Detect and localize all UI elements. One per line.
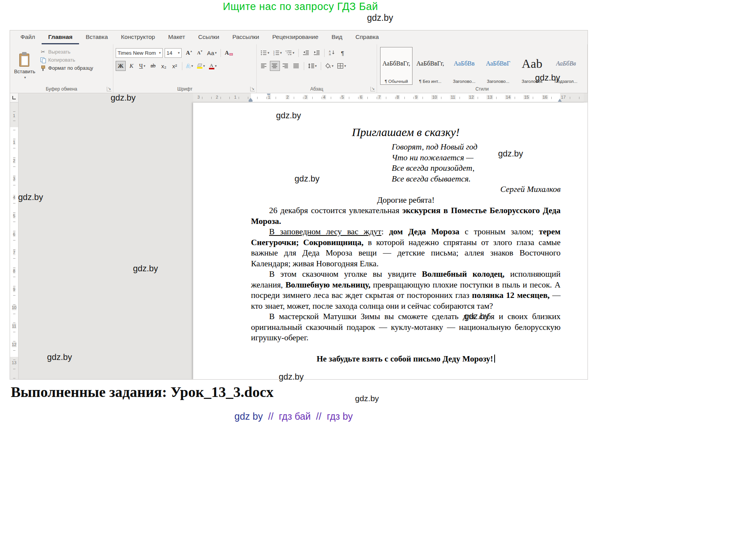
copy-icon [40,57,46,63]
chevron-down-icon: ▾ [159,51,161,55]
style-card[interactable]: АаБбВвГг,¶ Обычный [380,47,413,85]
borders-button[interactable]: ▾ [336,61,348,71]
up-caret-icon: ▴ [190,49,192,53]
ruler-number: 9 [414,95,418,99]
style-card[interactable]: АаБбВвПодзагол... [550,47,582,85]
highlight-color-button[interactable]: ▾ [195,61,207,71]
text-effects-button[interactable]: А▾ [185,61,195,71]
separator [324,49,325,57]
separator [298,49,299,57]
word-window: ФайлГлавнаяВставкаКонструкторМакетСсылки… [10,30,588,380]
tab-конструктор[interactable]: Конструктор [114,30,162,44]
subscript-button[interactable]: x₂ [159,61,169,71]
tab-главная[interactable]: Главная [42,30,79,44]
ribbon-group-clipboard: Вставить ▾ ✂ Вырезать Копировать [10,44,113,93]
ruler-number: 6 [359,95,363,99]
ruler-number: 9 [13,287,15,292]
separator [221,49,221,57]
justify-icon [293,63,300,69]
decrease-indent-button[interactable] [301,48,311,58]
shrink-font-button[interactable]: А▾ [195,48,205,58]
left-indent-marker[interactable] [249,98,253,102]
tab-вид[interactable]: Вид [325,30,349,44]
screenshot-canvas: Ищите нас по запросу ГДЗ Бай ФайлГлавная… [0,0,756,533]
bullets-button[interactable]: ▾ [259,48,271,58]
tab-ссылки[interactable]: Ссылки [192,30,226,44]
tab-selector[interactable] [10,93,19,103]
superscript-button[interactable]: x² [170,61,180,71]
strikethrough-button[interactable]: ab [148,61,158,71]
dialog-launcher-icon[interactable]: ↘ [370,87,375,91]
align-left-button[interactable] [259,61,269,71]
increase-indent-icon [314,50,320,55]
h-ruler[interactable]: 3211234567891011121314151617 [193,93,584,103]
font-color-button[interactable]: А ▾ [207,61,219,71]
clear-formatting-button[interactable]: А [223,48,234,58]
chevron-down-icon: ▾ [144,64,146,68]
sort-button[interactable]: АЯ [327,48,337,58]
down-caret-icon: ▾ [201,49,202,53]
justify-button[interactable] [291,61,301,71]
change-case-button[interactable]: Аа▾ [205,48,218,58]
style-card[interactable]: АаБбВвГг,¶ Без инт... [414,47,446,85]
ruler-number: 17 [560,95,566,99]
style-card[interactable]: АаБбВвЗаголово... [448,47,480,85]
footer-link[interactable]: // [311,411,327,422]
chevron-down-icon: ▾ [178,51,180,55]
style-preview: АаБбВв [454,48,475,79]
dialog-launcher-icon[interactable]: ↘ [107,87,111,91]
ruler-number: 8 [13,268,15,274]
ruler-number: 11 [12,323,16,329]
footer-link[interactable]: // [263,411,279,422]
document-page[interactable]: Приглашаем в сказку! Говорят, под Новый … [193,103,588,379]
style-card[interactable]: АаБбВвГЗаголово... [482,47,514,85]
align-right-button[interactable] [281,61,291,71]
format-painter-button[interactable]: Формат по образцу [40,65,93,71]
v-ruler[interactable]: 112345678910111213 [10,103,19,379]
dialog-launcher-icon[interactable]: ↘ [250,87,255,91]
underline-button[interactable]: Ч▾ [137,61,147,71]
font-family-select[interactable]: Times New Rom▾ [116,48,163,58]
font-size-select[interactable]: 14▾ [165,48,182,58]
chevron-down-icon: ▾ [332,64,334,68]
tab-рецензирование[interactable]: Рецензирование [266,30,325,44]
tab-макет[interactable]: Макет [162,30,192,44]
tab-вставка[interactable]: Вставка [79,30,114,44]
align-center-button[interactable] [270,61,280,71]
paste-button[interactable]: Вставить ▾ [12,46,37,85]
grow-font-button[interactable]: А▴ [184,48,194,58]
style-card[interactable]: AabЗаголовок [516,47,548,85]
chevron-down-icon: ▾ [24,76,26,79]
line-spacing-button[interactable]: ▾ [306,61,318,71]
show-formatting-marks-button[interactable]: ¶ [338,48,348,58]
tab-рассылки[interactable]: Рассылки [226,30,266,44]
shading-icon [325,63,331,69]
copy-button[interactable]: Копировать [40,57,93,63]
tab-справка[interactable]: Справка [349,30,386,44]
increase-indent-button[interactable] [312,48,322,58]
style-label: Заголовок [522,79,542,84]
multilevel-list-icon [286,50,292,55]
italic-button[interactable]: К [126,61,136,71]
separator [182,62,182,70]
shading-button[interactable]: ▾ [323,61,335,71]
cut-button[interactable]: ✂ Вырезать [40,49,93,55]
footer-link[interactable]: гдз by [327,411,353,422]
numbering-button[interactable]: 123 ▾ [272,48,284,58]
tab-файл[interactable]: Файл [14,30,42,44]
text-cursor [494,355,495,363]
footer-link[interactable]: гдз бай [279,411,311,422]
watermark: gdz.by [355,394,379,403]
style-label: ¶ Обычный [385,79,408,84]
doc-paragraph: В заповедном лесу вас ждут: дом Деда Мор… [251,227,561,269]
multilevel-list-button[interactable]: ▾ [284,48,296,58]
ruler-number: 2 [13,158,15,163]
poem-line: Все всегда сбывается. [392,174,561,185]
ruler-number: 12 [12,342,16,347]
bold-button[interactable]: Ж [116,61,126,71]
style-label: Заголово... [487,79,510,84]
footer-link[interactable]: gdz by [234,411,263,422]
ruler-number: 3 [13,176,15,182]
ruler-number: 2 [286,95,290,99]
align-right-icon [283,63,289,69]
